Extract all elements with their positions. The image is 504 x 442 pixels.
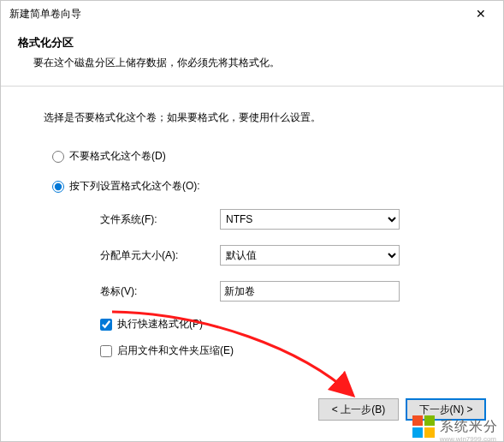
alloc-label: 分配单元大小(A): bbox=[100, 248, 220, 263]
alloc-select[interactable]: 默认值 bbox=[220, 245, 400, 266]
wizard-footer: < 上一步(B) 下一步(N) > bbox=[318, 398, 486, 421]
header-subtitle: 要在这个磁盘分区上储存数据，你必须先将其格式化。 bbox=[33, 56, 486, 70]
window-title: 新建简单卷向导 bbox=[9, 7, 464, 21]
close-icon: ✕ bbox=[476, 7, 486, 21]
compress-label: 启用文件和文件夹压缩(E) bbox=[117, 343, 234, 358]
format-settings: 文件系统(F): NTFS 分配单元大小(A): 默认值 卷标(V): bbox=[100, 209, 467, 358]
wizard-header: 格式化分区 要在这个磁盘分区上储存数据，你必须先将其格式化。 bbox=[1, 27, 503, 87]
compress-check[interactable]: 启用文件和文件夹压缩(E) bbox=[100, 343, 467, 358]
quick-format-label: 执行快速格式化(P) bbox=[117, 317, 203, 332]
instruction-text: 选择是否要格式化这个卷；如果要格式化，要使用什么设置。 bbox=[44, 110, 467, 125]
quick-format-check[interactable]: 执行快速格式化(P) bbox=[100, 317, 467, 332]
radio-do-format-input[interactable] bbox=[52, 181, 64, 193]
radio-no-format[interactable]: 不要格式化这个卷(D) bbox=[52, 149, 467, 164]
filesystem-select[interactable]: NTFS bbox=[220, 209, 400, 230]
filesystem-label: 文件系统(F): bbox=[100, 212, 220, 227]
radio-do-format-label: 按下列设置格式化这个卷(O): bbox=[69, 179, 200, 194]
volume-label-label: 卷标(V): bbox=[100, 284, 220, 299]
radio-no-format-label: 不要格式化这个卷(D) bbox=[69, 149, 166, 164]
back-button[interactable]: < 上一步(B) bbox=[318, 398, 399, 421]
close-button[interactable]: ✕ bbox=[464, 2, 498, 26]
watermark-url: www.win7999.com bbox=[440, 435, 496, 442]
wizard-window: 新建简单卷向导 ✕ 格式化分区 要在这个磁盘分区上储存数据，你必须先将其格式化。… bbox=[0, 0, 504, 442]
radio-no-format-input[interactable] bbox=[52, 151, 64, 163]
alloc-row: 分配单元大小(A): 默认值 bbox=[100, 245, 467, 266]
next-button[interactable]: 下一步(N) > bbox=[406, 398, 486, 421]
quick-format-checkbox[interactable] bbox=[100, 319, 112, 331]
volume-label-input[interactable] bbox=[220, 281, 400, 302]
titlebar: 新建简单卷向导 ✕ bbox=[1, 1, 503, 27]
filesystem-row: 文件系统(F): NTFS bbox=[100, 209, 467, 230]
header-title: 格式化分区 bbox=[18, 35, 486, 51]
radio-do-format[interactable]: 按下列设置格式化这个卷(O): bbox=[52, 179, 467, 194]
wizard-body: 选择是否要格式化这个卷；如果要格式化，要使用什么设置。 不要格式化这个卷(D) … bbox=[1, 87, 503, 379]
volume-label-row: 卷标(V): bbox=[100, 281, 467, 302]
compress-checkbox[interactable] bbox=[100, 345, 112, 357]
